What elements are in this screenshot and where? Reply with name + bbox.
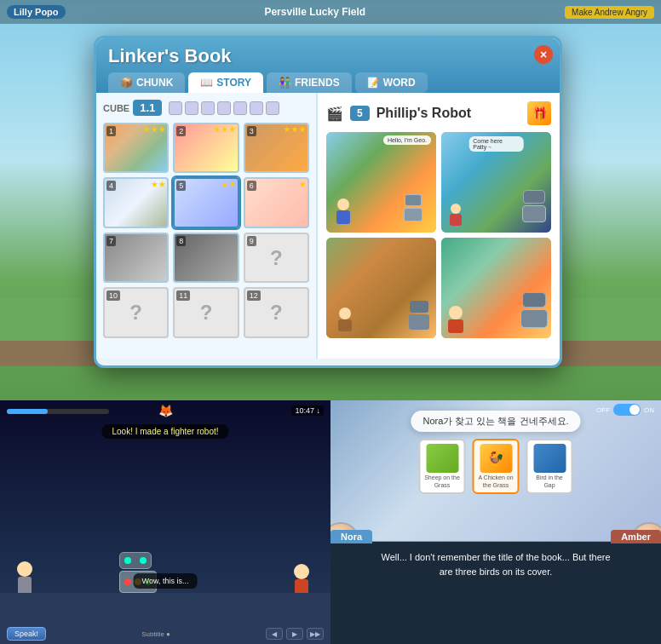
story-thumb-12[interactable]: 12 ? — [244, 287, 309, 337]
speech-bubble-2: Come here Patty→ — [468, 136, 524, 152]
stars-4 — [151, 181, 165, 187]
story-header: 🎬 5 Phillip's Robot 🎁 — [326, 101, 551, 125]
toggle-knob — [629, 405, 640, 415]
toggle-on-label: ON — [644, 406, 654, 414]
star — [158, 181, 165, 187]
progress-fill — [7, 409, 48, 414]
clapper-icon: 🎬 — [326, 106, 343, 122]
story-num-8: 8 — [176, 236, 186, 246]
story-num-5: 5 — [176, 181, 186, 191]
amber-nameplate: Amber — [611, 530, 661, 543]
story-num-7: 7 — [106, 236, 116, 246]
dialogue-text: Well... I don't remember the title of th… — [376, 550, 615, 578]
story-thumb-4[interactable]: 4 — [103, 177, 169, 227]
story-num-2: 2 — [176, 126, 186, 136]
character-left — [17, 561, 32, 597]
book-options: Sheep on the Grass 🐓 A Chicken on the Gr… — [419, 439, 573, 494]
top-bar: Lilly Popo Persville Lucky Field Make An… — [0, 0, 661, 24]
story-num-11: 11 — [176, 290, 190, 301]
cube-dot-2[interactable] — [185, 101, 198, 115]
story-num-12: 12 — [247, 290, 261, 301]
story-thumb-5[interactable]: 5 — [173, 177, 239, 227]
close-button[interactable]: × — [534, 45, 553, 64]
prev-btn[interactable]: ◀ — [266, 628, 283, 640]
3d-scene-panel: 🦊 10:47 ↓ Look! I made a fighter robot! — [0, 400, 330, 644]
speak-button[interactable]: Speak! — [7, 627, 46, 641]
story-thumb-8[interactable]: 8 — [173, 233, 239, 283]
stars-1 — [143, 126, 165, 133]
book-label-1: Sheep on the Grass — [424, 474, 461, 489]
story-thumb-6[interactable]: 6 — [244, 177, 309, 227]
story-thumb-1[interactable]: 1 — [103, 123, 169, 173]
stars-2 — [214, 126, 236, 133]
cube-dot-1[interactable] — [169, 101, 182, 115]
book-option-2[interactable]: 🐓 A Chicken on the Grass — [473, 439, 520, 494]
story-panel-2[interactable]: Come here Patty→ — [441, 132, 551, 233]
stars-5 — [221, 181, 236, 187]
star — [229, 181, 236, 187]
cube-dot-3[interactable] — [201, 101, 215, 115]
story-thumb-11[interactable]: 11 ? — [173, 287, 239, 337]
story-thumb-7[interactable]: 7 — [103, 233, 169, 283]
cube-dot-4[interactable] — [217, 101, 231, 115]
scene-subtitle: Look! I made a fighter robot! — [101, 424, 228, 439]
nora-instruction-text: Nora가 찾고 있는 책을 건네주세요. — [411, 411, 580, 432]
star — [291, 126, 298, 133]
star — [151, 126, 158, 133]
story-images: Hello, I'm Geo. — [326, 132, 551, 338]
dialogue-panel: OFF ON Nora가 찾고 있는 책을 건네주세요. Sheep on th… — [330, 400, 661, 644]
cube-dot-6[interactable] — [250, 101, 263, 115]
story-num-3: 3 — [247, 126, 256, 136]
story-view-panel: 🎬 5 Phillip's Robot 🎁 Hello, I'm Geo. — [318, 93, 560, 359]
book-cover-3 — [533, 444, 566, 473]
play-btn[interactable]: ▶ — [286, 628, 303, 640]
story-icon: 📖 — [200, 77, 213, 89]
book-option-3[interactable]: Bird in the Gap — [526, 439, 573, 494]
next-btn[interactable]: ▶▶ — [307, 628, 324, 640]
tab-story[interactable]: 📖 STORY — [188, 72, 263, 93]
star — [221, 181, 228, 187]
player-name: Lilly Popo — [7, 5, 66, 19]
nora-nameplate: Nora — [330, 530, 372, 543]
story-num-1: 1 — [106, 126, 116, 136]
book-header: Linker's Book 📦 CHUNK 📖 STORY 👫 FRIENDS … — [96, 38, 560, 93]
story-panel-3[interactable] — [326, 238, 436, 338]
dialogue-background: OFF ON Nora가 찾고 있는 책을 건네주세요. Sheep on th… — [330, 400, 661, 541]
book-content: CUBE 1.1 1 — [96, 93, 560, 359]
book-label-2: A Chicken on the Grass — [478, 474, 514, 489]
story-num-6: 6 — [247, 181, 256, 191]
book-option-1[interactable]: Sheep on the Grass — [419, 439, 466, 494]
star — [143, 126, 150, 133]
quest-name: Make Andrew Angry — [565, 6, 654, 19]
star — [158, 126, 165, 133]
story-grid: 1 2 — [103, 123, 309, 338]
story-thumb-2[interactable]: 2 — [173, 123, 239, 173]
linkers-book-modal: Linker's Book 📦 CHUNK 📖 STORY 👫 FRIENDS … — [94, 36, 562, 368]
story-thumb-10[interactable]: 10 ? — [103, 287, 169, 337]
story-thumb-3[interactable]: 3 — [244, 123, 309, 173]
stars-6 — [299, 181, 306, 187]
story-thumb-9[interactable]: 9 ? — [244, 233, 309, 283]
book-tabs: 📦 CHUNK 📖 STORY 👫 FRIENDS 📝 WORD — [108, 72, 548, 93]
stars-3 — [284, 126, 306, 133]
toggle-switch[interactable] — [613, 404, 641, 416]
star — [214, 126, 221, 133]
story-panel-4[interactable] — [441, 238, 551, 338]
book-cover-1 — [426, 444, 458, 473]
star — [221, 126, 228, 133]
gift-icon[interactable]: 🎁 — [527, 101, 551, 125]
tab-chunk[interactable]: 📦 CHUNK — [108, 72, 185, 93]
story-num-10: 10 — [106, 290, 120, 301]
story-num-4: 4 — [106, 181, 116, 191]
cube-dot-5[interactable] — [233, 101, 247, 115]
friends-icon: 👫 — [279, 77, 291, 89]
story-panel-1[interactable]: Hello, I'm Geo. — [326, 132, 436, 233]
book-label-3: Bird in the Gap — [532, 474, 568, 489]
fox-icon: 🦊 — [158, 404, 173, 417]
tab-word[interactable]: 📝 WORD — [355, 72, 428, 93]
story-title: Phillip's Robot — [376, 106, 520, 121]
tab-friends[interactable]: 👫 FRIENDS — [267, 72, 352, 93]
scene-controls-right: ◀ ▶ ▶▶ — [266, 628, 324, 640]
cube-dot-7[interactable] — [266, 101, 279, 115]
star — [229, 126, 236, 133]
